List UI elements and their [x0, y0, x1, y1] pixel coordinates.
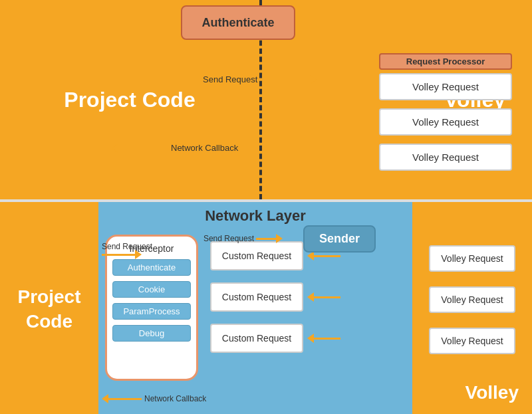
custom-request-box-1: Custom Request: [210, 241, 303, 270]
network-layer-section: Network Layer Sender Send Request Interc…: [98, 202, 412, 414]
volley-box-3: Volley Request: [379, 144, 512, 171]
network-callback-label-top: Network Callback: [171, 143, 238, 153]
bottom-right-section: Volley Request Volley Request Volley Req…: [412, 202, 532, 414]
send-request-label-top: Send Request: [203, 74, 257, 84]
bottom-diagram: ProjectCode Network Layer Sender Send Re…: [0, 202, 532, 414]
custom-request-row-3: Custom Request: [210, 324, 402, 353]
arrow-custom-3: [307, 334, 340, 343]
volley-box-right-2: Volley Request: [429, 286, 515, 313]
custom-request-box-2: Custom Request: [210, 282, 303, 312]
send-request-arrow-bottom-left: [102, 250, 142, 259]
send-request-right-arrow: Send Request: [203, 234, 283, 243]
sender-box: Sender: [303, 225, 376, 253]
send-request-arrow-top: Send Request: [203, 74, 317, 84]
request-processor-group: Request Processor Volley Request Volley …: [379, 53, 512, 179]
send-request-label-right: Send Request: [203, 234, 254, 243]
project-code-label-bottom: ProjectCode: [18, 285, 81, 334]
bottom-left-section: ProjectCode: [0, 202, 98, 414]
arrow-custom-2: [307, 292, 340, 302]
param-process-btn[interactable]: ParamProcess: [112, 303, 191, 320]
volley-box-2: Volley Request: [379, 108, 512, 136]
project-code-label-top: Project Code: [64, 88, 195, 112]
network-callback-label-bottom: Network Callback: [144, 394, 206, 403]
arrow-right-icon: [260, 75, 317, 84]
volley-box-right-1: Volley Request: [429, 245, 515, 272]
volley-box-right-3: Volley Request: [429, 328, 515, 354]
debug-btn[interactable]: Debug: [112, 325, 191, 342]
authenticate-btn[interactable]: Authenticate: [112, 259, 191, 276]
arrow-custom-1: [307, 251, 340, 260]
request-processor-label: Request Processor: [379, 53, 512, 70]
arrow-left-icon: [112, 144, 168, 153]
network-callback-bottom: Network Callback: [102, 394, 206, 403]
network-layer-title: Network Layer: [98, 202, 412, 225]
custom-request-box-3: Custom Request: [210, 324, 303, 353]
network-callback-arrow-top: Network Callback: [112, 143, 238, 153]
authenticate-box-top: Authenticate: [181, 5, 295, 40]
custom-requests-col: Custom Request Custom Request: [210, 235, 402, 353]
volley-box-1: Volley Request: [379, 73, 512, 100]
cookie-btn[interactable]: Cookie: [112, 281, 191, 298]
custom-request-row-2: Custom Request: [210, 282, 402, 312]
volley-label-bottom: Volley: [466, 382, 519, 403]
top-diagram: Project Code Authenticate Volley Request…: [0, 0, 532, 199]
